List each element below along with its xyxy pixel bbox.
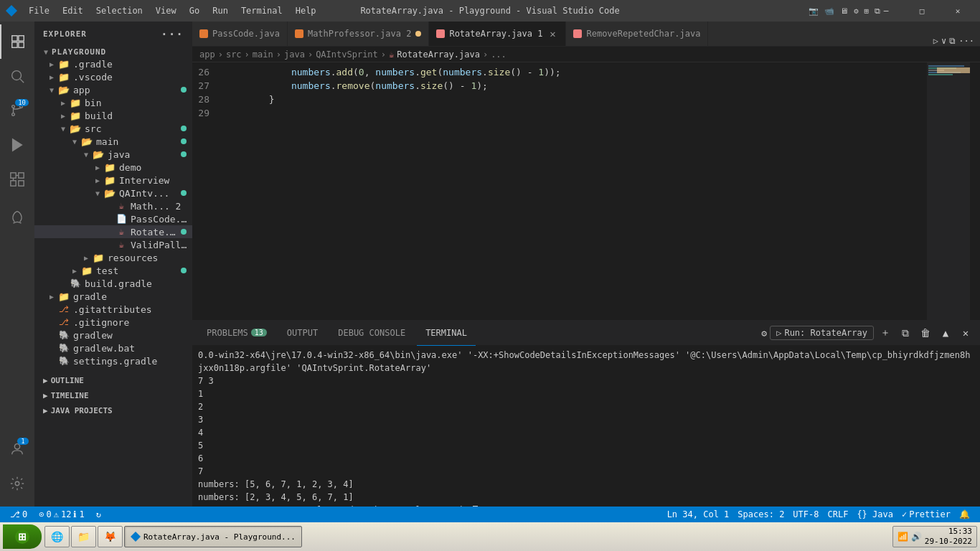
- menu-help[interactable]: Help: [290, 4, 322, 17]
- status-lineending[interactable]: CRLF: [823, 507, 852, 522]
- activity-item-run[interactable]: [0, 128, 34, 162]
- tree-item-src[interactable]: ▼ 📂 src: [34, 122, 192, 135]
- panel-tab-problems[interactable]: PROBLEMS 13: [198, 321, 275, 346]
- run-rotate-button[interactable]: ▷ Run: RotateArray: [770, 326, 874, 340]
- split-editor-button[interactable]: ⧉: [949, 36, 956, 46]
- activity-item-account[interactable]: 1: [0, 432, 34, 466]
- tree-item-validpallin[interactable]: ☕ ValidPallin...: [34, 238, 192, 251]
- breadcrumb-ellipsis[interactable]: ...: [491, 50, 507, 60]
- menu-edit[interactable]: Edit: [57, 4, 89, 17]
- tree-item-math[interactable]: ☕ Math... 2: [34, 199, 192, 212]
- sidebar-menu-icon[interactable]: ···: [161, 27, 184, 41]
- tree-item-gradle2[interactable]: ▶ 📁 gradle: [34, 290, 192, 303]
- add-terminal-button[interactable]: ＋: [877, 324, 894, 342]
- taskbar-item-firefox[interactable]: 🦊: [98, 526, 123, 547]
- activity-item-explorer[interactable]: [0, 24, 34, 59]
- tree-item-playground[interactable]: ▼ PLAYGROUND: [34, 47, 192, 57]
- run-button[interactable]: ▷: [933, 36, 938, 46]
- breadcrumb-java[interactable]: java: [284, 50, 305, 60]
- tree-item-build[interactable]: ▶ 📁 build: [34, 109, 192, 122]
- tree-item-qaintv[interactable]: ▼ 📂 QAIntv...: [34, 187, 192, 199]
- tree-item-gitignore[interactable]: ⎇ .gitignore: [34, 316, 192, 329]
- activity-item-source-control[interactable]: 10: [0, 93, 34, 128]
- close-button[interactable]: ✕: [941, 0, 974, 22]
- tree-item-settings[interactable]: 🐘 settings.gradle: [34, 354, 192, 367]
- tree-item-passcode[interactable]: 📄 PassCode.j...: [34, 212, 192, 225]
- sidebar-section-javaprojects[interactable]: ▶ JAVA PROJECTS: [34, 403, 192, 418]
- run-dropdown[interactable]: ∨: [941, 36, 946, 46]
- tree-item-gitattributes[interactable]: ⎇ .gitattributes: [34, 303, 192, 316]
- taskbar-item-ie[interactable]: 🌐: [44, 526, 70, 547]
- more-actions-button[interactable]: ···: [958, 36, 974, 46]
- tree-item-buildgradle[interactable]: 🐘 build.gradle: [34, 277, 192, 290]
- camera-icon[interactable]: 📷: [809, 0, 819, 22]
- language-label: {} Java: [857, 509, 893, 519]
- activity-item-search[interactable]: [0, 59, 34, 93]
- menu-run[interactable]: Run: [207, 4, 234, 17]
- status-errors[interactable]: ⊙ 0 ⚠ 12 ℹ 1: [34, 507, 88, 522]
- scrollbar-track[interactable]: [970, 62, 980, 320]
- status-spaces[interactable]: Spaces: 2: [733, 507, 788, 522]
- status-sync[interactable]: ↻: [92, 507, 105, 522]
- video-icon[interactable]: 📹: [824, 0, 834, 22]
- panel-tab-terminal[interactable]: TERMINAL: [417, 321, 476, 346]
- tree-item-java[interactable]: ▼ 📂 java: [34, 148, 192, 161]
- panel-tab-debug[interactable]: DEBUG CONSOLE: [329, 321, 414, 346]
- panel-tab-output[interactable]: OUTPUT: [278, 321, 326, 346]
- split-terminal-button[interactable]: ⧉: [897, 324, 914, 342]
- tab-rotatearray[interactable]: RotateArray.java 1 ✕: [429, 22, 566, 46]
- monitor-icon[interactable]: 🖥: [840, 0, 848, 22]
- menu-selection[interactable]: Selection: [90, 4, 149, 17]
- tree-item-demo[interactable]: ▶ 📁 demo: [34, 161, 192, 174]
- status-git[interactable]: ⎇ 0: [6, 507, 32, 522]
- status-notifications[interactable]: 🔔: [955, 507, 974, 522]
- tree-item-test[interactable]: ▶ 📁 test: [34, 264, 192, 277]
- activity-item-java[interactable]: [0, 199, 34, 234]
- status-position[interactable]: Ln 34, Col 1: [663, 507, 734, 522]
- status-prettier[interactable]: ✓ Prettier: [897, 507, 955, 522]
- tab-passcode[interactable]: PassCode.java: [192, 22, 288, 46]
- sidebar-section-outline[interactable]: ▶ OUTLINE: [34, 373, 192, 388]
- tree-item-gradlew[interactable]: 🐘 gradlew: [34, 329, 192, 342]
- tray-clock[interactable]: 15:33 29-10-2022: [925, 527, 972, 547]
- close-panel-button[interactable]: ✕: [957, 324, 974, 342]
- tree-item-gradle[interactable]: ▶ 📁 .gradle: [34, 57, 192, 70]
- tab-mathprofessor[interactable]: MathProfessor.java 2: [288, 22, 430, 46]
- sidebar-section-timeline[interactable]: ▶ TIMELINE: [34, 388, 192, 403]
- menu-terminal[interactable]: Terminal: [235, 4, 288, 17]
- layout-icon[interactable]: ⊞: [864, 0, 870, 22]
- taskbar-item-files[interactable]: 📁: [71, 526, 96, 547]
- activity-item-extensions[interactable]: [0, 162, 34, 197]
- breadcrumb-app[interactable]: app: [199, 50, 215, 60]
- tree-item-rotate[interactable]: ☕ Rotate... 1: [34, 225, 192, 238]
- maximize-panel-button[interactable]: ▲: [937, 324, 954, 342]
- breadcrumb-src[interactable]: src: [226, 50, 242, 60]
- tree-item-resources[interactable]: ▶ 📁 resources: [34, 251, 192, 264]
- menu-file[interactable]: File: [23, 4, 55, 17]
- tree-item-app[interactable]: ▼ 📂 app: [34, 83, 192, 96]
- terminal-content[interactable]: 0.0-win32-x64\jre\17.0.4-win32-x86_64\bi…: [192, 346, 980, 507]
- editor-scroll[interactable]: 26 numbers.add(0, numbers.get(numbers.si…: [192, 62, 927, 320]
- breadcrumb-file[interactable]: RotateArray.java: [397, 50, 480, 60]
- tab-removerepeated[interactable]: RemoveRepetedChar.java: [566, 22, 708, 46]
- menu-go[interactable]: Go: [184, 4, 205, 17]
- settings-icon[interactable]: ⚙: [854, 0, 859, 22]
- tab-close-rotatearray[interactable]: ✕: [547, 28, 558, 39]
- start-button[interactable]: ⊞: [3, 524, 42, 549]
- breadcrumb-main[interactable]: main: [253, 50, 273, 60]
- activity-item-settings[interactable]: [0, 466, 34, 501]
- status-language[interactable]: {} Java: [852, 507, 897, 522]
- kill-terminal-button[interactable]: 🗑: [917, 324, 934, 342]
- taskbar-item-vscode[interactable]: RotateArray.java - Playground...: [124, 526, 302, 547]
- menu-view[interactable]: View: [150, 4, 182, 17]
- tree-item-gradlewbat[interactable]: 🐘 gradlew.bat: [34, 342, 192, 354]
- minimize-button[interactable]: ─: [870, 0, 903, 22]
- maximize-button[interactable]: □: [905, 0, 938, 22]
- tree-item-interview[interactable]: ▶ 📁 Interview: [34, 174, 192, 187]
- tree-item-main[interactable]: ▼ 📂 main: [34, 135, 192, 148]
- tree-item-bin[interactable]: ▶ 📁 bin: [34, 96, 192, 109]
- tree-label-gitignore: .gitignore: [73, 317, 129, 328]
- tree-item-vscode[interactable]: ▶ 📁 .vscode: [34, 70, 192, 83]
- status-encoding[interactable]: UTF-8: [788, 507, 823, 522]
- breadcrumb-qaintvsprint[interactable]: QAIntvSprint: [316, 50, 378, 60]
